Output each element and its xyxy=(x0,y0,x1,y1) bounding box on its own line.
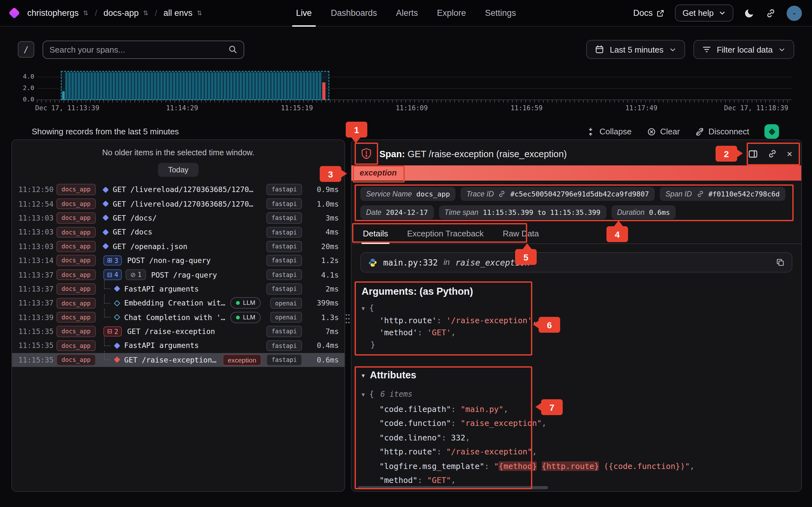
span-row[interactable]: 11:15:35docs_appGET /raise-exception …ex… xyxy=(12,353,345,367)
filter-local-data-button[interactable]: Filter local data xyxy=(693,40,794,59)
attr-value xyxy=(537,461,542,470)
search-box[interactable] xyxy=(43,40,244,59)
children-count: 3 xyxy=(114,257,118,264)
python-icon xyxy=(368,258,377,267)
horizontal-scrollbar[interactable] xyxy=(358,486,548,489)
link-icon[interactable] xyxy=(696,190,704,198)
hidden-count-badge[interactable]: ⊘1 xyxy=(126,270,146,280)
attr-key: "http.route" xyxy=(379,447,437,456)
template-param: {http.route} xyxy=(542,461,599,470)
fold-chevron-icon[interactable]: ▾ xyxy=(362,391,365,398)
meta-duration: Duration0.6ms xyxy=(611,205,676,219)
panel-resize-handle[interactable] xyxy=(345,312,351,326)
low-activity-bar xyxy=(62,91,65,100)
span-name: POST /non-rag-query xyxy=(127,256,211,265)
fold-chevron-icon[interactable]: ▾ xyxy=(362,305,365,312)
breadcrumb-env[interactable]: all envs xyxy=(163,8,193,18)
source-file-line[interactable]: main.py:332 xyxy=(383,258,438,267)
tab-exception-traceback[interactable]: Exception Traceback xyxy=(406,225,485,243)
nav-tab-settings[interactable]: Settings xyxy=(485,0,516,26)
span-row[interactable]: 11:13:03docs_appGET /openapi.jsonfastapi… xyxy=(12,239,345,253)
span-duration: 1.3s xyxy=(307,313,339,322)
disconnect-button[interactable]: Disconnect xyxy=(695,127,749,136)
project-switcher-icon[interactable]: ⇅ xyxy=(143,10,148,16)
chart-plot-area[interactable] xyxy=(37,68,792,100)
section-chevron-icon[interactable]: ▾ xyxy=(362,372,365,379)
close-panel-icon[interactable]: × xyxy=(786,148,792,159)
span-row[interactable]: 11:15:35docs_app⊟2GET /raise-exceptionfa… xyxy=(12,325,345,339)
collapse-button[interactable]: Collapse xyxy=(586,127,631,136)
time-selection-window[interactable] xyxy=(61,71,329,100)
service-tag: docs_app xyxy=(56,212,96,223)
arguments-heading: Arguments: (as Python) xyxy=(362,286,791,297)
live-indicator-button[interactable] xyxy=(764,124,779,139)
copy-icon[interactable] xyxy=(776,258,785,267)
children-count-badge[interactable]: ⊞3 xyxy=(103,256,122,266)
span-detail-panel: Span: GET /raise-exception (raise_except… xyxy=(351,139,802,492)
service-tag: docs_app xyxy=(56,227,96,238)
no-older-items-notice: No older items in the selected time wind… xyxy=(12,148,345,157)
framework-tag: fastapi xyxy=(266,241,302,252)
span-title-prefix: Span: xyxy=(379,149,405,159)
diamond-blue-icon xyxy=(102,186,109,193)
span-row[interactable]: 11:15:35docs_appFastAPI argumentsfastapi… xyxy=(12,339,345,353)
llm-badge: LLM xyxy=(230,312,261,323)
colon: : xyxy=(442,433,451,442)
span-start-time: 11:13:03 xyxy=(18,228,51,237)
side-panel-toggle-icon[interactable] xyxy=(748,149,758,159)
comma: , xyxy=(690,461,695,470)
span-row[interactable]: 11:12:50docs_appGET /livereload/12703636… xyxy=(12,182,345,197)
diamond-outline-icon xyxy=(114,300,120,306)
time-range-button[interactable]: Last 5 minutes xyxy=(587,40,685,59)
dark-mode-toggle[interactable] xyxy=(744,8,755,18)
tree-connector xyxy=(102,310,115,325)
org-switcher-icon[interactable]: ⇅ xyxy=(83,10,89,16)
search-input[interactable] xyxy=(49,45,223,54)
share-link-icon[interactable] xyxy=(766,8,776,18)
env-switcher-icon[interactable]: ⇅ xyxy=(197,10,202,16)
docs-link[interactable]: Docs xyxy=(633,8,664,18)
meta-value[interactable]: #f0110e542c798c6d xyxy=(708,190,780,198)
code-line: "http.route": "/raise-exception", xyxy=(362,445,791,459)
tab-details[interactable]: Details xyxy=(362,225,390,243)
today-chip[interactable]: Today xyxy=(158,163,199,177)
disconnect-icon xyxy=(695,127,704,136)
get-help-button[interactable]: Get help xyxy=(675,4,733,21)
open-brace: { xyxy=(369,303,374,313)
nav-tab-live[interactable]: Live xyxy=(296,0,312,26)
template-param: {method} xyxy=(499,461,537,470)
meta-date: Date2024-12-17 xyxy=(360,205,434,219)
span-row[interactable]: 11:13:39docs_appChat Completion with '…L… xyxy=(12,310,345,325)
span-row[interactable]: 11:13:37docs_app⊟4⊘1POST /rag-queryfasta… xyxy=(12,268,345,282)
hidden-spans-icon: ⊘ xyxy=(131,272,136,278)
copy-link-icon[interactable] xyxy=(768,149,777,158)
children-count-badge[interactable]: ⊟4 xyxy=(103,270,122,280)
span-row[interactable]: 11:13:37docs_appFastAPI argumentsfastapi… xyxy=(12,282,345,296)
breadcrumb-separator: / xyxy=(95,8,97,18)
children-count-badge[interactable]: ⊟2 xyxy=(103,326,122,337)
breadcrumb-org[interactable]: christophergs xyxy=(27,8,79,18)
span-name: Chat Completion with '… xyxy=(124,313,225,322)
span-row[interactable]: 11:13:14docs_app⊞3POST /non-rag-queryfas… xyxy=(12,253,345,268)
code-line: "code.filepath": "main.py", xyxy=(362,402,791,416)
meta-value[interactable]: #c5ec5005042796e91d5db42ca9fd9807 xyxy=(510,190,649,198)
user-avatar[interactable]: - xyxy=(786,5,802,20)
breadcrumb: christophergs ⇅ / docs-app ⇅ / all envs … xyxy=(27,8,202,18)
span-row[interactable]: 11:13:03docs_appGET /docs/fastapi3ms xyxy=(12,211,345,225)
nav-tab-explore[interactable]: Explore xyxy=(437,0,466,26)
llm-badge: LLM xyxy=(230,297,261,309)
span-row[interactable]: 11:12:54docs_appGET /livereload/12703636… xyxy=(12,197,345,211)
span-start-time: 11:12:54 xyxy=(18,199,51,208)
logfire-logo-icon[interactable] xyxy=(9,7,20,19)
breadcrumb-project[interactable]: docs-app xyxy=(103,8,139,18)
span-row[interactable]: 11:13:37docs_appEmbedding Creation wit…L… xyxy=(12,296,345,310)
clear-button[interactable]: Clear xyxy=(647,127,680,136)
nav-tab-alerts[interactable]: Alerts xyxy=(396,0,418,26)
nav-tab-dashboards[interactable]: Dashboards xyxy=(331,0,377,26)
span-name: FastAPI arguments xyxy=(124,285,199,293)
link-icon[interactable] xyxy=(498,190,506,198)
timeline-histogram: 4.0 2.0 0.0 Dec 17, 11:13:3911:14:2911:1… xyxy=(18,68,794,113)
span-row[interactable]: 11:13:03docs_appGET /docsfastapi4ms xyxy=(12,225,345,239)
tab-raw-data[interactable]: Raw Data xyxy=(502,225,540,243)
chevron-down-icon xyxy=(669,46,676,53)
